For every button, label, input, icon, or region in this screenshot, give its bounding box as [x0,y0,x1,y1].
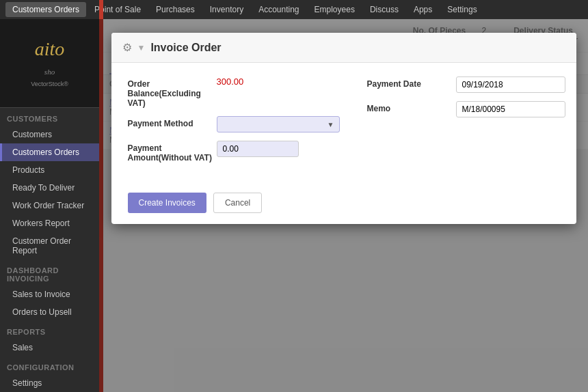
memo-input[interactable] [456,101,565,117]
sidebar: aitosho VectorStock® Customers Customers… [0,19,99,392]
sidebar-item-products[interactable]: Products [0,161,99,179]
sidebar-item-work-order-tracker[interactable]: Work Order Tracker [0,197,99,214]
modal-right-panel: Payment Date Memo [367,76,565,171]
sidebar-item-customers[interactable]: Customers [0,126,99,143]
payment-date-input[interactable] [456,76,565,93]
modal-body: Order Balance(Excluding VAT) 300.00 Paym… [111,63,576,184]
logo-sub-text: VectorStock® [31,81,68,87]
gear-icon: ⚙ [122,41,132,54]
payment-method-label: Payment Method [128,116,217,128]
payment-method-row: Payment Method ▼ [128,116,340,132]
payment-amount-input[interactable] [217,141,299,157]
sidebar-item-sales[interactable]: Sales [0,339,99,356]
nav-employees[interactable]: Employees [308,2,362,17]
memo-label: Memo [367,101,456,113]
nav-apps[interactable]: Apps [407,2,439,17]
nav-point-of-sale[interactable]: Point of Sale [88,2,148,17]
payment-method-select[interactable] [217,116,340,132]
payment-date-row: Payment Date [367,76,565,93]
section-label-reports: Reports [0,321,99,339]
invoice-order-modal: ⚙ ▼ Invoice Order Order Balance(Excludin… [111,33,576,224]
sidebar-item-orders-to-upsell[interactable]: Orders to Upsell [0,303,99,321]
sidebar-item-customer-order-report[interactable]: Customer Order Report [0,232,99,260]
main-content: No. Of Pieces 2 Delivery Status Item(s) … [99,19,588,392]
create-invoices-button[interactable]: Create Invoices [128,193,206,213]
payment-amount-label: Payment Amount(Without VAT) [128,141,217,163]
sidebar-logo: aitosho VectorStock® [0,19,99,108]
sidebar-item-customers-orders[interactable]: Customers Orders [0,143,99,161]
nav-discuss[interactable]: Discuss [363,2,405,17]
order-balance-label: Order Balance(Excluding VAT) [128,76,217,108]
nav-customers-orders[interactable]: Customers Orders [5,2,86,17]
section-label-configuration: Configuration [0,356,99,374]
sidebar-item-settings[interactable]: Settings [0,374,99,392]
nav-settings[interactable]: Settings [440,2,483,17]
modal-left-panel: Order Balance(Excluding VAT) 300.00 Paym… [128,76,340,171]
payment-amount-row: Payment Amount(Without VAT) [128,141,340,163]
section-label-dashboard-invoicing: Dashboard Invoicing [0,260,99,285]
nav-accounting[interactable]: Accounting [252,2,306,17]
section-label-customers: Customers [0,108,99,126]
cancel-button[interactable]: Cancel [213,193,262,213]
nav-inventory[interactable]: Inventory [203,2,250,17]
top-navigation: Customers Orders Point of Sale Purchases… [0,0,588,19]
main-layout: aitosho VectorStock® Customers Customers… [0,19,588,392]
modal-arrow: ▼ [137,43,146,53]
sidebar-item-ready-to-deliver[interactable]: Ready To Deliver [0,179,99,197]
modal-header: ⚙ ▼ Invoice Order [111,33,576,63]
payment-date-label: Payment Date [367,76,456,89]
modal-title: Invoice Order [150,42,221,54]
modal-footer: Create Invoices Cancel [111,184,576,224]
order-balance-value: 300.00 [217,76,244,87]
payment-method-wrapper: ▼ [217,116,340,132]
modal-overlay: ⚙ ▼ Invoice Order Order Balance(Excludin… [99,19,588,392]
nav-purchases[interactable]: Purchases [149,2,202,17]
sidebar-item-workers-report[interactable]: Workers Report [0,214,99,232]
sidebar-item-sales-to-invoice[interactable]: Sales to Invoice [0,285,99,303]
logo-main-text: aitosho [31,40,68,78]
order-balance-row: Order Balance(Excluding VAT) 300.00 [128,76,340,108]
memo-row: Memo [367,101,565,117]
